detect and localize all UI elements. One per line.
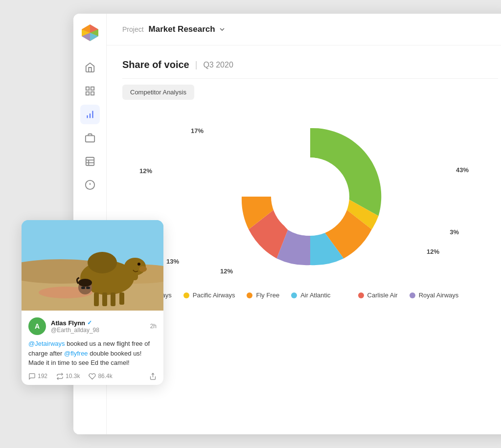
tweet-mention-1[interactable]: @Jetairways bbox=[28, 340, 65, 347]
retweet-count: 10.3k bbox=[66, 373, 80, 380]
reply-count: 192 bbox=[38, 373, 47, 380]
chart-legend: Jet Airways Pacific Airways Fly Free Air… bbox=[122, 291, 498, 299]
chart-title-row: Share of voice | Q3 2020 bbox=[122, 59, 498, 70]
svg-point-30 bbox=[88, 252, 117, 273]
project-label: Project bbox=[122, 25, 144, 33]
tweet-image bbox=[22, 220, 163, 311]
svg-rect-7 bbox=[86, 87, 89, 90]
chart-divider: | bbox=[195, 60, 198, 70]
svg-point-36 bbox=[139, 266, 147, 272]
label-12-air: 12% bbox=[220, 268, 233, 275]
chart-period: Q3 2020 bbox=[203, 61, 233, 69]
svg-rect-34 bbox=[119, 292, 124, 305]
project-selector[interactable]: Market Research bbox=[149, 24, 226, 34]
tweet-handle: @Earth_allday_98 bbox=[51, 327, 99, 334]
svg-rect-29 bbox=[124, 266, 138, 280]
legend-label-air: Air Atlantic bbox=[300, 291, 330, 299]
legend-label-carlisle: Carlisle Air bbox=[367, 291, 398, 299]
chevron-down-icon bbox=[218, 25, 226, 33]
retweet-icon bbox=[56, 373, 64, 380]
svg-rect-8 bbox=[91, 87, 93, 90]
reply-icon bbox=[28, 373, 36, 380]
nav-grid[interactable] bbox=[80, 81, 100, 101]
tweet-mention-2[interactable]: @flyfree bbox=[64, 350, 88, 357]
legend-pacific-airways: Pacific Airways bbox=[183, 291, 235, 299]
tweet-avatar: A bbox=[28, 317, 46, 335]
svg-rect-14 bbox=[85, 135, 94, 142]
legend-fly-free: Fly Free bbox=[247, 291, 279, 299]
legend-label-fly: Fly Free bbox=[256, 291, 279, 299]
label-13: 13% bbox=[166, 258, 179, 265]
donut-chart-area: 17% 43% 3% 12% 12% 13% 12% bbox=[122, 104, 498, 290]
nav-briefcase[interactable] bbox=[80, 128, 100, 148]
label-17: 17% bbox=[191, 127, 204, 134]
retweet-action[interactable]: 10.3k bbox=[56, 373, 80, 380]
main-content: Project Market Research Share of voice |… bbox=[107, 14, 501, 434]
nav-home[interactable] bbox=[80, 58, 100, 77]
tweet-text: @Jetairways booked us a new flight free … bbox=[28, 339, 157, 368]
svg-rect-10 bbox=[91, 92, 93, 95]
tweet-card: A Atlas Flynn ✓ @Earth_allday_98 2h @Jet… bbox=[22, 220, 163, 385]
nav-charts[interactable] bbox=[80, 105, 100, 124]
svg-rect-33 bbox=[111, 292, 115, 306]
header: Project Market Research bbox=[107, 14, 501, 45]
tweet-actions: 192 10.3k 86.4k bbox=[28, 373, 157, 380]
tweet-time: 2h bbox=[150, 323, 157, 330]
svg-rect-31 bbox=[94, 292, 99, 306]
verified-badge: ✓ bbox=[87, 319, 92, 326]
tweet-author-info: Atlas Flynn ✓ @Earth_allday_98 bbox=[51, 319, 99, 334]
legend-air-atlantic: Air Atlantic bbox=[291, 291, 330, 299]
donut-chart bbox=[227, 113, 393, 280]
share-action[interactable] bbox=[149, 373, 157, 380]
tweet-body: A Atlas Flynn ✓ @Earth_allday_98 2h @Jet… bbox=[22, 311, 163, 385]
legend-dot-pacific bbox=[183, 292, 189, 298]
nav-table[interactable] bbox=[80, 152, 100, 171]
label-12-carl: 12% bbox=[139, 167, 152, 175]
competitor-tab[interactable]: Competitor Analysis bbox=[122, 85, 194, 100]
tweet-author-row: A Atlas Flynn ✓ @Earth_allday_98 2h bbox=[28, 317, 157, 335]
reply-action[interactable]: 192 bbox=[28, 373, 47, 380]
like-action[interactable]: 86.4k bbox=[89, 373, 112, 380]
legend-dot-royal bbox=[410, 292, 415, 298]
donut-hole bbox=[271, 157, 349, 236]
svg-rect-32 bbox=[102, 292, 107, 306]
camel-illustration bbox=[22, 220, 163, 311]
legend-carlisle: Carlisle Air bbox=[358, 291, 398, 299]
svg-rect-9 bbox=[86, 92, 89, 95]
label-43: 43% bbox=[456, 166, 469, 174]
like-count: 86.4k bbox=[98, 373, 112, 380]
svg-point-35 bbox=[137, 263, 140, 266]
svg-point-41 bbox=[78, 279, 92, 287]
legend-dot-carlisle bbox=[358, 292, 364, 298]
content-area: Share of voice | Q3 2020 Competitor Anal… bbox=[107, 45, 501, 313]
legend-label-pacific: Pacific Airways bbox=[193, 291, 235, 299]
svg-rect-39 bbox=[81, 287, 85, 289]
svg-rect-16 bbox=[86, 157, 94, 166]
nav-alert[interactable] bbox=[80, 175, 100, 195]
legend-royal: Royal Airways bbox=[410, 291, 459, 299]
legend-label-royal: Royal Airways bbox=[419, 291, 459, 299]
label-12-fly: 12% bbox=[427, 248, 439, 255]
project-name: Market Research bbox=[149, 24, 215, 34]
legend-dot-fly bbox=[247, 292, 252, 298]
chart-title: Share of voice bbox=[122, 59, 189, 70]
divider-line bbox=[122, 78, 498, 79]
app-logo bbox=[81, 23, 99, 42]
label-3: 3% bbox=[450, 228, 459, 236]
heart-icon bbox=[89, 373, 96, 380]
legend-dot-air bbox=[291, 292, 297, 298]
tweet-author-name: Atlas Flynn ✓ bbox=[51, 319, 99, 327]
svg-rect-40 bbox=[86, 287, 90, 289]
share-icon bbox=[149, 373, 157, 380]
